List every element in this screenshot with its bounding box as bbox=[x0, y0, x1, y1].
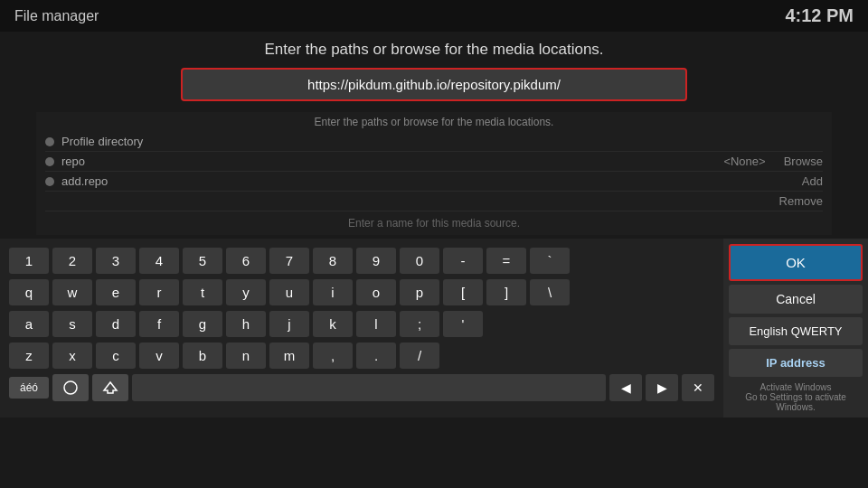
activate-windows-text: Activate Windows Go to Settings to activ… bbox=[729, 382, 863, 412]
key-rbracket[interactable]: ] bbox=[486, 279, 526, 305]
key-period[interactable]: . bbox=[356, 343, 396, 369]
key-m[interactable]: m bbox=[269, 343, 309, 369]
fm-dot-repo bbox=[45, 157, 54, 166]
svg-marker-1 bbox=[104, 382, 117, 393]
key-n[interactable]: n bbox=[226, 343, 266, 369]
key-l[interactable]: l bbox=[356, 311, 396, 337]
key-arrow-right[interactable]: ▶ bbox=[646, 374, 678, 401]
key-j[interactable]: j bbox=[269, 311, 309, 337]
fm-name-instruction: Enter a name for this media source. bbox=[45, 215, 823, 231]
fm-dot-add bbox=[45, 177, 54, 186]
url-input[interactable] bbox=[181, 68, 687, 101]
file-manager: Enter the paths or browse for the media … bbox=[36, 112, 832, 235]
dialog-instruction: Enter the paths or browse for the media … bbox=[36, 41, 832, 59]
key-dash[interactable]: - bbox=[443, 248, 483, 274]
key-u[interactable]: u bbox=[269, 279, 309, 305]
key-x[interactable]: x bbox=[52, 343, 92, 369]
key-equals[interactable]: = bbox=[486, 248, 526, 274]
key-p[interactable]: p bbox=[400, 279, 439, 305]
key-a[interactable]: a bbox=[9, 311, 49, 337]
key-7[interactable]: 7 bbox=[269, 248, 309, 274]
key-arrow-left[interactable]: ◀ bbox=[609, 374, 642, 401]
fm-add-btn[interactable]: Add bbox=[802, 174, 823, 188]
fm-label-profile: Profile directory bbox=[61, 135, 823, 148]
top-bar: File manager 4:12 PM bbox=[0, 0, 868, 32]
key-row-zxcv: z x c v b n m , . / bbox=[9, 343, 714, 369]
key-slash[interactable]: / bbox=[400, 343, 439, 369]
key-i[interactable]: i bbox=[313, 279, 353, 305]
key-3[interactable]: 3 bbox=[96, 248, 136, 274]
key-apostrophe[interactable]: ' bbox=[443, 311, 483, 337]
key-f[interactable]: f bbox=[139, 311, 179, 337]
key-4[interactable]: 4 bbox=[139, 248, 179, 274]
fm-sub-instruction: Enter the paths or browse for the media … bbox=[45, 116, 823, 128]
dialog-area: Enter the paths or browse for the media … bbox=[0, 32, 868, 112]
right-panel: OK Cancel English QWERTY IP address Acti… bbox=[723, 239, 868, 418]
key-h[interactable]: h bbox=[226, 311, 266, 337]
fm-row-remove: Remove bbox=[45, 192, 823, 211]
key-0[interactable]: 0 bbox=[400, 248, 439, 274]
key-row-bottom: áéó ◀ ▶ ✕ bbox=[9, 374, 714, 401]
fm-label-add: add.repo bbox=[61, 174, 802, 188]
fm-label-repo: repo bbox=[61, 155, 723, 168]
fm-row-profile: Profile directory bbox=[45, 132, 823, 152]
key-shift[interactable] bbox=[92, 374, 128, 401]
key-abc[interactable]: áéó bbox=[9, 377, 49, 399]
key-q[interactable]: q bbox=[9, 279, 49, 305]
english-qwerty-button[interactable]: English QWERTY bbox=[729, 317, 863, 345]
key-9[interactable]: 9 bbox=[356, 248, 396, 274]
key-5[interactable]: 5 bbox=[183, 248, 222, 274]
key-lbracket[interactable]: [ bbox=[443, 279, 483, 305]
key-6[interactable]: 6 bbox=[226, 248, 266, 274]
fm-row-add: add.repo Add bbox=[45, 172, 823, 192]
key-k[interactable]: k bbox=[313, 311, 353, 337]
key-g[interactable]: g bbox=[183, 311, 222, 337]
key-1[interactable]: 1 bbox=[9, 248, 49, 274]
keyboard-area: 1 2 3 4 5 6 7 8 9 0 - = ` q w e r t y u … bbox=[0, 239, 723, 418]
fm-none: <None> bbox=[723, 155, 765, 168]
key-y[interactable]: y bbox=[226, 279, 266, 305]
key-s[interactable]: s bbox=[52, 311, 92, 337]
key-semicolon[interactable]: ; bbox=[400, 311, 439, 337]
key-b[interactable]: b bbox=[183, 343, 222, 369]
clock: 4:12 PM bbox=[785, 5, 854, 26]
key-comma[interactable]: , bbox=[313, 343, 353, 369]
ip-address-button[interactable]: IP address bbox=[729, 349, 863, 377]
key-caps[interactable] bbox=[52, 374, 89, 401]
key-8[interactable]: 8 bbox=[313, 248, 353, 274]
key-c[interactable]: c bbox=[96, 343, 136, 369]
fm-remove-btn[interactable]: Remove bbox=[779, 194, 823, 208]
cancel-button[interactable]: Cancel bbox=[729, 285, 863, 314]
key-backslash[interactable]: \ bbox=[530, 279, 570, 305]
key-backtick[interactable]: ` bbox=[530, 248, 570, 274]
key-e[interactable]: e bbox=[96, 279, 136, 305]
fm-dot-profile bbox=[45, 137, 54, 146]
svg-point-0 bbox=[64, 381, 77, 394]
key-row-numbers: 1 2 3 4 5 6 7 8 9 0 - = ` bbox=[9, 248, 714, 274]
key-z[interactable]: z bbox=[9, 343, 49, 369]
key-o[interactable]: o bbox=[356, 279, 396, 305]
key-v[interactable]: v bbox=[139, 343, 179, 369]
fm-browse-btn[interactable]: Browse bbox=[784, 155, 823, 168]
key-t[interactable]: t bbox=[183, 279, 222, 305]
key-d[interactable]: d bbox=[96, 311, 136, 337]
key-w[interactable]: w bbox=[52, 279, 92, 305]
key-row-qwerty: q w e r t y u i o p [ ] \ bbox=[9, 279, 714, 305]
bottom-section: 1 2 3 4 5 6 7 8 9 0 - = ` q w e r t y u … bbox=[0, 239, 868, 418]
fm-row-repo: repo <None> Browse bbox=[45, 152, 823, 172]
key-2[interactable]: 2 bbox=[52, 248, 92, 274]
key-spacebar[interactable] bbox=[132, 374, 606, 401]
key-row-asdf: a s d f g h j k l ; ' bbox=[9, 311, 714, 337]
key-backspace[interactable]: ✕ bbox=[682, 374, 714, 401]
url-input-wrapper bbox=[36, 68, 832, 101]
app-title: File manager bbox=[14, 8, 99, 24]
key-r[interactable]: r bbox=[139, 279, 179, 305]
ok-button[interactable]: OK bbox=[729, 244, 863, 281]
